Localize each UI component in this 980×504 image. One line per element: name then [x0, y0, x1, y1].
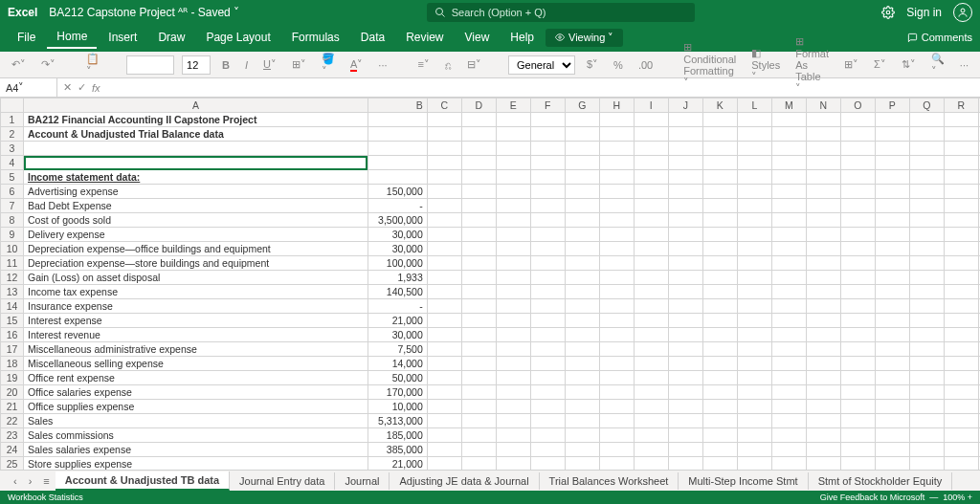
cell[interactable]: [668, 213, 702, 228]
font-color-button[interactable]: A˅: [346, 56, 367, 73]
cell[interactable]: -: [368, 199, 427, 213]
cell[interactable]: [875, 443, 909, 457]
cell[interactable]: [634, 385, 668, 400]
cell[interactable]: [668, 443, 702, 457]
cell[interactable]: [909, 314, 944, 328]
tab-file[interactable]: File: [8, 27, 45, 48]
cell[interactable]: [840, 228, 875, 242]
cell[interactable]: Sales: [24, 414, 368, 428]
tab-home[interactable]: Home: [47, 26, 97, 49]
cell[interactable]: [565, 271, 599, 285]
cell[interactable]: [840, 299, 875, 314]
cell[interactable]: [565, 342, 599, 357]
signin-link[interactable]: Sign in: [906, 6, 942, 19]
cell[interactable]: [668, 242, 702, 256]
cell[interactable]: [944, 314, 978, 328]
cell[interactable]: [599, 170, 634, 185]
cell[interactable]: [737, 213, 771, 228]
cell[interactable]: [875, 256, 909, 271]
cell[interactable]: [702, 328, 737, 342]
row-header[interactable]: 1: [1, 113, 24, 127]
cell[interactable]: Sales salaries expense: [24, 443, 368, 457]
cell[interactable]: [461, 328, 496, 342]
cell[interactable]: [944, 256, 978, 271]
cell[interactable]: [530, 443, 565, 457]
cell[interactable]: Depreciation expense—store buildings and…: [24, 256, 368, 271]
insert-cells-button[interactable]: ⊞˅: [840, 56, 862, 73]
cell[interactable]: [668, 127, 702, 142]
cell[interactable]: [944, 299, 978, 314]
cell[interactable]: [840, 285, 875, 299]
cell[interactable]: [909, 443, 944, 457]
cell[interactable]: [737, 314, 771, 328]
cell[interactable]: 30,000: [368, 242, 427, 256]
cell[interactable]: [944, 443, 978, 457]
decimal-button[interactable]: .00: [635, 57, 657, 73]
merge-button[interactable]: ⊟˅: [463, 56, 485, 73]
cell[interactable]: [530, 185, 565, 199]
cell[interactable]: [771, 199, 806, 213]
cell[interactable]: [840, 256, 875, 271]
cell[interactable]: Bad Debt Expense: [24, 199, 368, 213]
sheet-tab[interactable]: Adjusting JE data & Journal: [390, 472, 539, 490]
row-header[interactable]: 11: [1, 256, 24, 271]
cell[interactable]: [530, 357, 565, 371]
grid-area[interactable]: ABCDEFGHIJKLMNOPQRST1BA212 Financial Acc…: [0, 98, 980, 485]
cell[interactable]: [840, 400, 875, 414]
cell[interactable]: [530, 342, 565, 357]
cell[interactable]: [634, 256, 668, 271]
font-name-box[interactable]: [126, 55, 174, 75]
row-header[interactable]: 20: [1, 385, 24, 400]
cell[interactable]: [565, 299, 599, 314]
cell[interactable]: 30,000: [368, 328, 427, 342]
cell[interactable]: Miscellaneous selling expense: [24, 357, 368, 371]
cell[interactable]: Advertising expense: [24, 185, 368, 199]
cell[interactable]: [565, 242, 599, 256]
cell[interactable]: [840, 342, 875, 357]
cell[interactable]: [461, 142, 496, 156]
cell[interactable]: [840, 357, 875, 371]
cell[interactable]: [944, 342, 978, 357]
cell[interactable]: [565, 357, 599, 371]
cell[interactable]: [737, 299, 771, 314]
cell[interactable]: [565, 385, 599, 400]
cell[interactable]: Account & Unadjusted Trial Balance data: [24, 127, 368, 142]
sheet-all[interactable]: ≡: [37, 475, 55, 487]
cell[interactable]: [427, 213, 461, 228]
cell[interactable]: [668, 342, 702, 357]
cell[interactable]: [909, 357, 944, 371]
row-header[interactable]: 10: [1, 242, 24, 256]
cell[interactable]: [530, 414, 565, 428]
cell[interactable]: [461, 385, 496, 400]
cell[interactable]: [530, 127, 565, 142]
cell[interactable]: [368, 113, 427, 127]
cell[interactable]: [702, 256, 737, 271]
status-left[interactable]: Workbook Statistics: [8, 493, 83, 502]
undo-button[interactable]: ↶˅: [8, 56, 30, 73]
cell[interactable]: [496, 199, 530, 213]
cell[interactable]: [737, 199, 771, 213]
cell[interactable]: [461, 256, 496, 271]
cell[interactable]: [634, 299, 668, 314]
cell[interactable]: [702, 314, 737, 328]
cell[interactable]: [737, 228, 771, 242]
cell[interactable]: [806, 342, 840, 357]
cell[interactable]: 10,000: [368, 400, 427, 414]
cell[interactable]: [24, 142, 368, 156]
cell[interactable]: [634, 142, 668, 156]
cell[interactable]: [668, 199, 702, 213]
cell[interactable]: [461, 242, 496, 256]
status-feedback[interactable]: Give Feedback to Microsoft: [820, 493, 925, 502]
tab-insert[interactable]: Insert: [99, 27, 146, 48]
cell[interactable]: [702, 228, 737, 242]
paste-button[interactable]: 📋˅: [82, 51, 103, 79]
tab-draw[interactable]: Draw: [148, 27, 194, 48]
align-button[interactable]: ≡˅: [414, 56, 434, 73]
cell[interactable]: [840, 213, 875, 228]
row-header[interactable]: 6: [1, 185, 24, 199]
row-header[interactable]: 12: [1, 271, 24, 285]
cell[interactable]: [368, 127, 427, 142]
cell[interactable]: [875, 242, 909, 256]
row-header[interactable]: 8: [1, 213, 24, 228]
cell[interactable]: [461, 428, 496, 443]
